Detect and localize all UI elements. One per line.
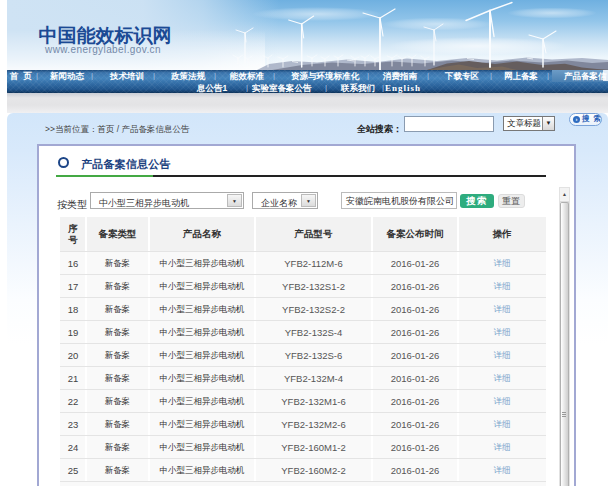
svg-text:中国能效标识网: 中国能效标识网 (39, 25, 172, 46)
svg-text:www.energylabel.gov.cn: www.energylabel.gov.cn (44, 44, 161, 55)
